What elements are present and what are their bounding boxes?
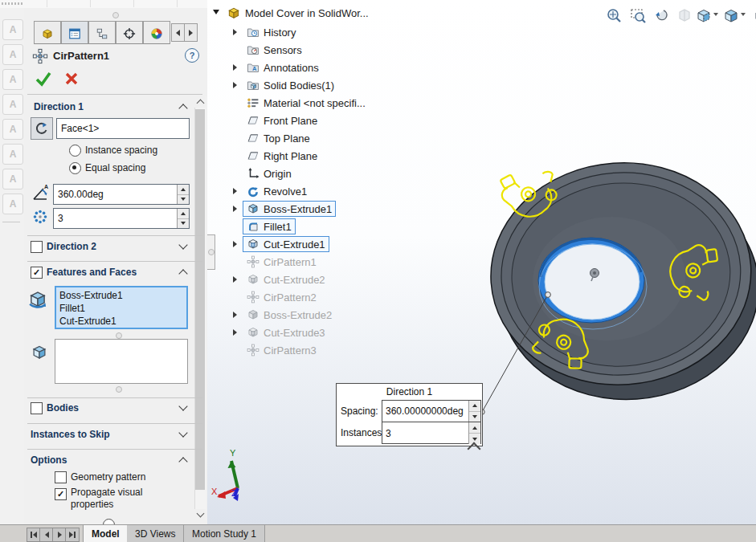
options-header[interactable]: Options xyxy=(31,454,67,466)
expand-arrow-icon[interactable] xyxy=(233,64,237,71)
expand-chevron-icon[interactable] xyxy=(178,240,187,249)
previous-view-button[interactable] xyxy=(652,6,672,26)
direction2-header[interactable]: Direction 2 xyxy=(47,241,96,252)
tree-item-boss-extrude2[interactable]: Boss-Extrude2 xyxy=(243,307,336,323)
partial-radio[interactable] xyxy=(103,519,115,524)
geometry-pattern-checkbox[interactable] xyxy=(55,471,67,483)
tree-item-solid-bodies-1[interactable]: Solid Bodies(1) xyxy=(243,77,338,93)
tab-model[interactable]: Model xyxy=(83,525,129,542)
features-faces-checkbox[interactable]: ✓ xyxy=(31,267,43,279)
callout-spacing-spinner[interactable] xyxy=(468,401,480,422)
tree-item-annotations[interactable]: AAnnotations xyxy=(243,59,323,75)
configurationmanager-tab[interactable] xyxy=(88,21,116,44)
listbox-resize-handle[interactable] xyxy=(116,332,122,339)
bodies-header[interactable]: Bodies xyxy=(47,402,79,414)
expand-arrow-icon[interactable] xyxy=(233,276,237,283)
pattern-axis-field[interactable]: Face<1> xyxy=(56,118,190,139)
expand-arrow-icon[interactable] xyxy=(233,312,237,318)
collapse-chevron-icon[interactable] xyxy=(178,104,187,112)
view-orientation-button[interactable] xyxy=(694,6,713,26)
last-tab-button[interactable] xyxy=(65,528,80,542)
tree-item-material-not-specifi[interactable]: Material <not specifi... xyxy=(243,95,370,111)
feature-item[interactable]: Fillet1 xyxy=(59,302,183,315)
instance-spacing-radio[interactable] xyxy=(69,145,81,157)
features-to-pattern-listbox[interactable]: Boss-Extrude1 Fillet1 Cut-Extrude1 xyxy=(55,286,188,329)
tree-item-cut-extrude1[interactable]: Cut-Extrude1 xyxy=(243,236,329,252)
collapse-chevron-icon[interactable] xyxy=(178,457,187,466)
equal-spacing-radio[interactable] xyxy=(69,162,81,174)
tree-item-cut-extrude2[interactable]: Cut-Extrude2 xyxy=(243,271,329,287)
scroll-up-button[interactable] xyxy=(194,96,206,108)
tree-item-cut-extrude3[interactable]: Cut-Extrude3 xyxy=(243,324,329,340)
tree-item-fillet1[interactable]: Fillet1 xyxy=(243,218,296,234)
propagate-visual-checkbox[interactable]: ✓ xyxy=(55,488,67,500)
tab-3d-views[interactable]: 3D Views xyxy=(127,525,184,542)
features-faces-header[interactable]: Features and Faces xyxy=(47,267,137,278)
tree-item-boss-extrude1[interactable]: Boss-Extrude1 xyxy=(243,201,336,217)
expand-arrow-icon[interactable] xyxy=(233,206,237,212)
tab-scroll-left-button[interactable] xyxy=(171,23,185,42)
angle-spinner[interactable] xyxy=(177,185,189,204)
faces-to-pattern-listbox[interactable] xyxy=(55,339,188,384)
angle-field[interactable]: 360.00deg xyxy=(53,184,190,205)
zoom-to-area-button[interactable] xyxy=(628,6,648,26)
instances-to-skip-header[interactable]: Instances to Skip xyxy=(31,429,110,440)
tree-item-top-plane[interactable]: Top Plane xyxy=(243,130,314,146)
tree-item-right-plane[interactable]: Right Plane xyxy=(243,148,321,164)
count-spinner[interactable] xyxy=(177,209,189,228)
scrollbar-thumb[interactable] xyxy=(195,109,205,490)
feature-item[interactable]: Cut-Extrude1 xyxy=(59,315,183,328)
tree-item-cirpattern1[interactable]: CirPattern1 xyxy=(243,254,321,270)
reverse-direction-button[interactable] xyxy=(31,117,53,140)
bodies-checkbox[interactable] xyxy=(31,402,43,414)
panel-splitter-handle[interactable] xyxy=(112,12,119,18)
tree-item-cirpattern3[interactable]: CirPattern3 xyxy=(243,342,321,358)
dimxpertmanager-tab[interactable] xyxy=(116,21,143,44)
tree-item-history[interactable]: History xyxy=(243,24,300,40)
direction2-checkbox[interactable] xyxy=(31,241,43,253)
expand-arrow-icon[interactable] xyxy=(233,241,237,247)
toolbar-grip xyxy=(2,2,24,5)
callout-spacing-field[interactable]: 360.00000000deg xyxy=(382,401,480,422)
scroll-down-button[interactable] xyxy=(194,509,206,520)
direction1-header[interactable]: Direction 1 xyxy=(34,101,84,112)
featuremanager-tab[interactable] xyxy=(34,21,61,44)
listbox-resize-handle[interactable] xyxy=(116,386,122,393)
display-style-button[interactable] xyxy=(721,6,741,26)
tree-item-front-plane[interactable]: Front Plane xyxy=(243,112,321,128)
expand-arrow-icon[interactable] xyxy=(233,188,237,194)
expand-chevron-icon[interactable] xyxy=(178,428,187,437)
expand-arrow-icon[interactable] xyxy=(233,82,237,88)
cirpattern-icon xyxy=(32,48,48,64)
ok-button[interactable] xyxy=(34,69,53,92)
tab-scroll-right-button[interactable] xyxy=(184,23,198,42)
tree-item-origin[interactable]: Origin xyxy=(243,165,296,181)
tree-item-revolve1[interactable]: Revolve1 xyxy=(243,183,311,199)
expand-arrow-icon[interactable] xyxy=(233,29,237,35)
propertymanager-tab[interactable] xyxy=(61,21,88,44)
tab-motion-study-1[interactable]: Motion Study 1 xyxy=(184,525,265,542)
expand-arrow-icon[interactable] xyxy=(233,329,237,336)
dropdown-caret-icon[interactable] xyxy=(741,13,746,16)
partial-toolbar-icon[interactable] xyxy=(749,6,756,26)
panel-collapse-handle[interactable] xyxy=(207,234,215,270)
tree-root[interactable]: Model Cover in SolidWor... xyxy=(227,5,369,21)
feature-item[interactable]: Boss-Extrude1 xyxy=(59,289,183,302)
collapse-chevron-icon[interactable] xyxy=(178,269,187,278)
viewport-canvas[interactable]: Model Cover in SolidWor... HistorySensor… xyxy=(207,0,756,524)
callout-instances-spinner[interactable] xyxy=(468,422,480,444)
instance-count-field[interactable]: 3 xyxy=(53,208,190,229)
help-button[interactable]: ? xyxy=(185,48,199,63)
cirpattern-icon xyxy=(247,344,259,357)
part-icon xyxy=(41,26,54,39)
tree-root-collapse-arrow[interactable] xyxy=(213,10,219,14)
expand-chevron-icon[interactable] xyxy=(178,401,187,410)
callout-instances-field[interactable]: 3 xyxy=(382,422,480,444)
tree-item-sensors[interactable]: Sensors xyxy=(243,42,306,58)
tree-item-cirpattern2[interactable]: CirPattern2 xyxy=(243,289,321,305)
displaymanager-tab[interactable] xyxy=(143,21,170,44)
cancel-button[interactable] xyxy=(63,70,80,91)
zoom-to-fit-button[interactable] xyxy=(604,6,623,26)
dropdown-caret-icon[interactable] xyxy=(713,13,718,16)
section-view-button[interactable] xyxy=(675,6,694,26)
